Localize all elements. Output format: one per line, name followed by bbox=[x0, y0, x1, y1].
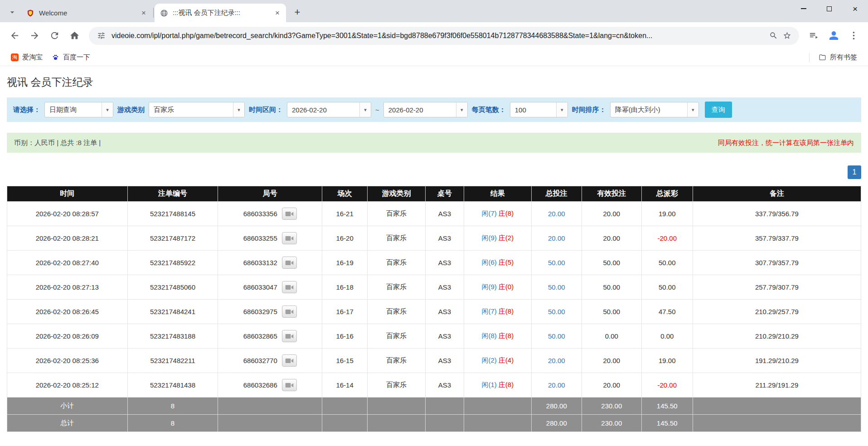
cell-time: 2026-02-20 08:26:45 bbox=[7, 300, 128, 324]
cell-time: 2026-02-20 08:25:12 bbox=[7, 373, 128, 398]
total-bet-link[interactable]: 50.00 bbox=[548, 332, 565, 340]
chevron-down-icon[interactable]: ▾ bbox=[233, 102, 244, 117]
reload-button[interactable] bbox=[45, 27, 63, 45]
total-bet-link[interactable]: 50.00 bbox=[548, 308, 565, 315]
column-header: 总派彩 bbox=[641, 186, 693, 202]
total-bet-link[interactable]: 20.00 bbox=[548, 381, 565, 389]
back-button[interactable] bbox=[5, 27, 24, 45]
column-header: 注单编号 bbox=[127, 186, 218, 202]
chevron-down-icon[interactable]: ▾ bbox=[102, 102, 113, 117]
cell-round: 686033047 bbox=[218, 275, 322, 300]
cell-bet-id: 523217483188 bbox=[127, 324, 218, 349]
cell-session: 16-21 bbox=[322, 202, 368, 226]
game-type-label: 游戏类别 bbox=[117, 106, 145, 114]
date-to-select[interactable]: 2026-02-20 ▾ bbox=[383, 102, 468, 117]
round-number: 686033132 bbox=[243, 259, 277, 267]
window-minimize-button[interactable] bbox=[790, 0, 816, 17]
cell-note: 257.79/307.79 bbox=[693, 275, 861, 300]
time-sort-select[interactable]: 降幂(由大到小) ▾ bbox=[610, 102, 699, 117]
query-type-select[interactable]: 日期查询 ▾ bbox=[44, 102, 113, 117]
total-bet-link[interactable]: 20.00 bbox=[548, 357, 565, 364]
column-header: 游戏类别 bbox=[368, 186, 426, 202]
home-button[interactable] bbox=[65, 27, 83, 45]
cell-session: 16-20 bbox=[322, 226, 368, 251]
tab-search-chevron-icon[interactable] bbox=[5, 5, 20, 20]
url-text[interactable]: videoie.com/ipl/portal.php/game/betrecor… bbox=[112, 32, 763, 40]
chevron-down-icon[interactable]: ▾ bbox=[556, 102, 567, 117]
round-number: 686032975 bbox=[243, 308, 277, 315]
result-player: 闲(9) bbox=[481, 283, 496, 291]
summary-cell bbox=[218, 398, 322, 415]
chevron-down-icon[interactable]: ▾ bbox=[687, 102, 698, 117]
round-video-button[interactable] bbox=[282, 379, 297, 391]
round-video-button[interactable] bbox=[282, 257, 297, 269]
summary-cell: 8 bbox=[127, 398, 218, 415]
summary-cell bbox=[693, 415, 861, 432]
cell-game-type: 百家乐 bbox=[368, 300, 426, 324]
cell-round: 686033255 bbox=[218, 226, 322, 251]
cell-result: 闲(8)庄(8) bbox=[464, 324, 531, 349]
round-video-button[interactable] bbox=[282, 232, 297, 244]
page-content: 视讯 会员下注纪录 请选择： 日期查询 ▾ 游戏类别 百家乐 ▾ 时间区间： 2… bbox=[0, 75, 868, 432]
cell-bet-id: 523217482211 bbox=[127, 349, 218, 373]
total-bet-link[interactable]: 20.00 bbox=[548, 210, 565, 218]
bookmark-aitaobao[interactable]: 淘 爱淘宝 bbox=[6, 51, 47, 63]
round-video-button[interactable] bbox=[282, 354, 297, 367]
chevron-down-icon[interactable]: ▾ bbox=[359, 102, 371, 117]
total-bet-link[interactable]: 20.00 bbox=[548, 234, 565, 242]
cell-total-bet: 50.00 bbox=[531, 251, 582, 275]
media-controls-icon[interactable] bbox=[805, 27, 823, 45]
bookmark-baidu[interactable]: 百度一下 bbox=[47, 51, 95, 63]
menu-dots-icon[interactable] bbox=[844, 27, 863, 45]
table-row: 2026-02-20 08:27:13523217485060686033047… bbox=[7, 275, 861, 300]
search-button[interactable]: 查询 bbox=[705, 102, 732, 118]
round-video-button[interactable] bbox=[282, 281, 297, 293]
site-info-icon[interactable] bbox=[94, 29, 108, 43]
new-tab-button[interactable]: + bbox=[290, 5, 305, 20]
cell-total-bet: 20.00 bbox=[531, 226, 582, 251]
page-1-button[interactable]: 1 bbox=[848, 165, 861, 179]
bet-table-foot: 小计8280.00230.00145.50总计8280.00230.00145.… bbox=[7, 398, 861, 432]
cell-result: 闲(7)庄(8) bbox=[464, 202, 531, 226]
window-maximize-button[interactable] bbox=[816, 0, 842, 17]
round-video-button[interactable] bbox=[282, 330, 297, 342]
chevron-down-icon[interactable]: ▾ bbox=[456, 102, 467, 117]
round-video-button[interactable] bbox=[282, 305, 297, 318]
cell-game-type: 百家乐 bbox=[368, 349, 426, 373]
cell-time: 2026-02-20 08:27:13 bbox=[7, 275, 128, 300]
cell-round: 686032975 bbox=[218, 300, 322, 324]
zoom-icon[interactable] bbox=[766, 29, 780, 43]
total-bet-link[interactable]: 50.00 bbox=[548, 259, 565, 267]
window-close-button[interactable]: × bbox=[842, 0, 868, 17]
game-type-select[interactable]: 百家乐 ▾ bbox=[149, 102, 245, 117]
tab-close-icon[interactable]: × bbox=[139, 8, 149, 18]
cell-payout: 19.00 bbox=[641, 202, 693, 226]
browser-tab-welcome[interactable]: Welcome × bbox=[21, 4, 152, 22]
table-row: 2026-02-20 08:25:12523217481438686032686… bbox=[7, 373, 861, 398]
column-header: 桌号 bbox=[426, 186, 464, 202]
result-player: 闲(1) bbox=[481, 381, 496, 388]
bet-table-body: 2026-02-20 08:28:57523217488145686033356… bbox=[7, 202, 861, 398]
url-bar[interactable]: videoie.com/ipl/portal.php/game/betrecor… bbox=[89, 27, 799, 45]
browser-tab-betrecord[interactable]: :::视讯 会员下注纪录::: × bbox=[155, 4, 286, 22]
cell-table-no: AS3 bbox=[426, 275, 464, 300]
forward-button[interactable] bbox=[25, 27, 44, 45]
cell-game-type: 百家乐 bbox=[368, 275, 426, 300]
page-size-select[interactable]: 100 ▾ bbox=[510, 102, 568, 117]
bookmarks-divider bbox=[809, 53, 810, 62]
all-bookmarks-button[interactable]: 所有书签 bbox=[814, 51, 862, 63]
round-video-button[interactable] bbox=[282, 208, 297, 220]
cell-note: 191.29/210.29 bbox=[693, 349, 861, 373]
profile-avatar-icon[interactable] bbox=[824, 27, 843, 45]
total-bet-link[interactable]: 50.00 bbox=[548, 283, 565, 291]
cell-game-type: 百家乐 bbox=[368, 251, 426, 275]
date-from-select[interactable]: 2026-02-20 ▾ bbox=[287, 102, 371, 117]
cell-payout: 19.00 bbox=[641, 349, 693, 373]
cell-total-bet: 20.00 bbox=[531, 373, 582, 398]
round-number: 686032686 bbox=[243, 381, 277, 389]
baidu-paw-icon bbox=[52, 53, 59, 61]
bookmark-star-icon[interactable] bbox=[780, 29, 794, 43]
tab-close-icon[interactable]: × bbox=[272, 8, 282, 18]
tab-divider bbox=[153, 8, 154, 18]
cell-payout: 0.00 bbox=[641, 324, 693, 349]
